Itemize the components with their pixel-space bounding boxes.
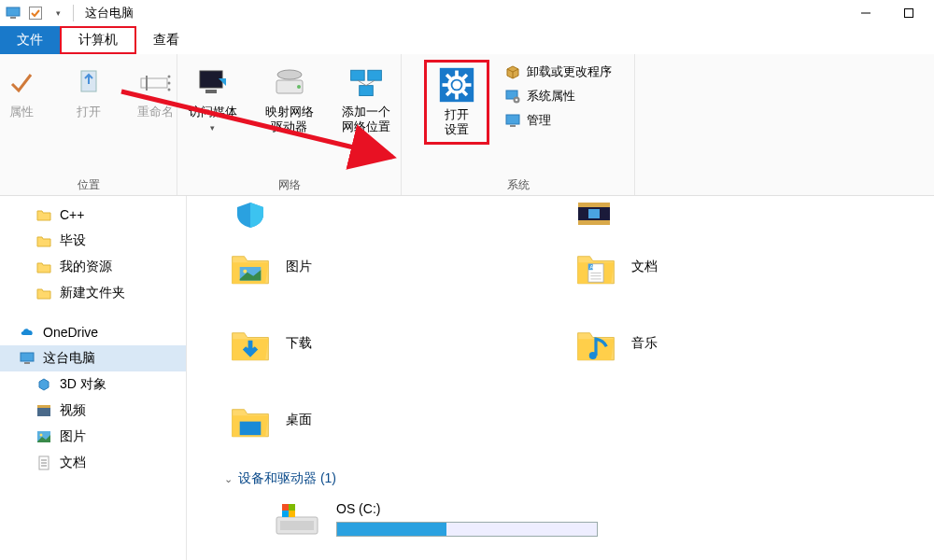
window-title: 这台电脑 xyxy=(85,5,134,21)
access-media-button[interactable]: 访问媒体 ▾ xyxy=(180,60,246,133)
uninstall-button[interactable]: 卸载或更改程序 xyxy=(504,63,612,80)
folder-item-文档[interactable]: A文档 xyxy=(570,233,906,301)
tree-item-C++[interactable]: C++ xyxy=(0,202,186,228)
check-icon xyxy=(3,63,40,101)
tab-view[interactable]: 查看 xyxy=(136,26,196,54)
folder-icon xyxy=(35,232,52,249)
svg-rect-18 xyxy=(359,86,373,96)
svg-point-14 xyxy=(277,70,302,79)
folder-icon xyxy=(35,206,52,223)
svg-rect-17 xyxy=(367,70,381,80)
folder-icon xyxy=(570,317,622,370)
manage-button[interactable]: 管理 xyxy=(504,112,612,129)
svg-rect-44 xyxy=(588,209,600,218)
svg-line-19 xyxy=(357,80,365,85)
open-icon xyxy=(70,63,107,101)
pc-icon xyxy=(19,350,35,367)
tree-item-OneDrive[interactable]: OneDrive xyxy=(0,319,186,345)
svg-rect-31 xyxy=(21,353,34,361)
video-icon xyxy=(35,402,52,419)
svg-rect-42 xyxy=(578,203,610,207)
docs-icon xyxy=(35,455,52,471)
tree-item-毕设[interactable]: 毕设 xyxy=(0,228,186,254)
quick-access-toolbar: ▾ xyxy=(4,4,67,22)
group-label-system: 系统 xyxy=(507,176,530,193)
svg-rect-29 xyxy=(510,125,516,127)
tree-item-新建文件夹[interactable]: 新建文件夹 xyxy=(0,280,186,306)
monitor-icon xyxy=(504,112,521,129)
svg-rect-11 xyxy=(200,71,222,88)
group-label-location: 位置 xyxy=(78,176,100,193)
tree-item-文档[interactable]: 文档 xyxy=(0,450,186,476)
svg-rect-59 xyxy=(282,511,289,517)
3d-icon xyxy=(35,376,52,393)
svg-point-46 xyxy=(243,270,247,273)
svg-rect-12 xyxy=(205,90,217,93)
svg-rect-6 xyxy=(141,78,167,88)
system-properties-button[interactable]: 系统属性 xyxy=(504,88,612,105)
tab-computer[interactable]: 计算机 xyxy=(60,26,136,54)
checkbox-icon[interactable] xyxy=(26,4,45,22)
open-settings-button[interactable]: 打开 设置 xyxy=(424,60,489,145)
rename-button[interactable]: 重命名 xyxy=(128,60,184,119)
add-network-location-button[interactable]: 添加一个 网络位置 xyxy=(333,60,399,133)
divider xyxy=(73,5,74,21)
svg-point-22 xyxy=(452,80,460,89)
svg-rect-1 xyxy=(10,17,16,19)
tree-item-我的资源[interactable]: 我的资源 xyxy=(0,254,186,280)
folder-item-桌面[interactable]: 桌面 xyxy=(224,386,560,454)
folder-item-下载[interactable]: 下载 xyxy=(224,310,560,377)
map-drive-button[interactable]: 映射网络 驱动器 xyxy=(257,60,322,133)
folder-icon xyxy=(35,285,52,301)
tree-item-3D 对象[interactable]: 3D 对象 xyxy=(0,371,186,398)
nav-tree[interactable]: C++毕设我的资源新建文件夹OneDrive这台电脑3D 对象视频图片文档 xyxy=(0,196,187,560)
minimize-button[interactable] xyxy=(844,0,887,26)
video-icon xyxy=(570,200,622,230)
svg-line-20 xyxy=(366,80,375,85)
tree-item-这台电脑[interactable]: 这台电脑 xyxy=(0,345,186,371)
group-label-network: 网络 xyxy=(278,176,301,193)
svg-rect-23 xyxy=(455,71,459,77)
svg-rect-4 xyxy=(905,9,913,18)
svg-point-9 xyxy=(167,82,170,85)
list-item[interactable] xyxy=(570,196,906,233)
ribbon-group-system: 打开 设置 卸载或更改程序 系统属性 管理 系统 xyxy=(402,54,635,195)
svg-rect-32 xyxy=(24,362,30,364)
svg-rect-16 xyxy=(350,70,364,80)
folder-item-图片[interactable]: 图片 xyxy=(224,233,560,301)
network-icon xyxy=(347,63,385,101)
qat-dropdown-icon[interactable]: ▾ xyxy=(49,4,67,22)
svg-point-36 xyxy=(40,434,43,437)
folder-icon: A xyxy=(570,241,622,293)
maximize-button[interactable] xyxy=(887,0,930,26)
shield-icon xyxy=(224,200,276,230)
pc-icon[interactable] xyxy=(4,4,22,22)
svg-rect-55 xyxy=(280,521,314,530)
svg-rect-58 xyxy=(289,504,295,511)
ribbon: 属性 打开 重命名 位置 访问媒体 xyxy=(0,54,934,196)
svg-rect-0 xyxy=(7,7,20,16)
tree-item-图片[interactable]: 图片 xyxy=(0,424,186,450)
content-pane[interactable]: 图片下载桌面 A文档音乐 ⌄ 设备和驱动器 (1) OS (C:) xyxy=(187,196,934,560)
box-icon xyxy=(504,63,521,80)
tree-item-视频[interactable]: 视频 xyxy=(0,398,186,424)
svg-rect-28 xyxy=(506,115,519,124)
drive-name: OS (C:) xyxy=(336,501,598,516)
title-bar: ▾ 这台电脑 xyxy=(0,0,934,26)
svg-text:A: A xyxy=(590,264,594,270)
ribbon-group-location: 属性 打开 重命名 位置 xyxy=(0,54,177,195)
folder-icon xyxy=(224,241,276,293)
drive-item[interactable]: OS (C:) xyxy=(224,493,934,545)
section-header-devices[interactable]: ⌄ 设备和驱动器 (1) xyxy=(224,454,934,493)
svg-point-27 xyxy=(516,99,518,102)
svg-rect-47 xyxy=(240,422,262,436)
properties-button[interactable]: 属性 xyxy=(0,60,50,119)
folder-item-音乐[interactable]: 音乐 xyxy=(570,310,906,377)
ribbon-tabs: 文件 计算机 查看 xyxy=(0,26,934,54)
list-item[interactable] xyxy=(224,196,560,233)
open-button[interactable]: 打开 xyxy=(61,60,117,119)
folder-icon xyxy=(35,259,52,275)
svg-rect-43 xyxy=(578,220,610,225)
tab-file[interactable]: 文件 xyxy=(0,26,60,54)
folder-icon xyxy=(224,394,276,446)
